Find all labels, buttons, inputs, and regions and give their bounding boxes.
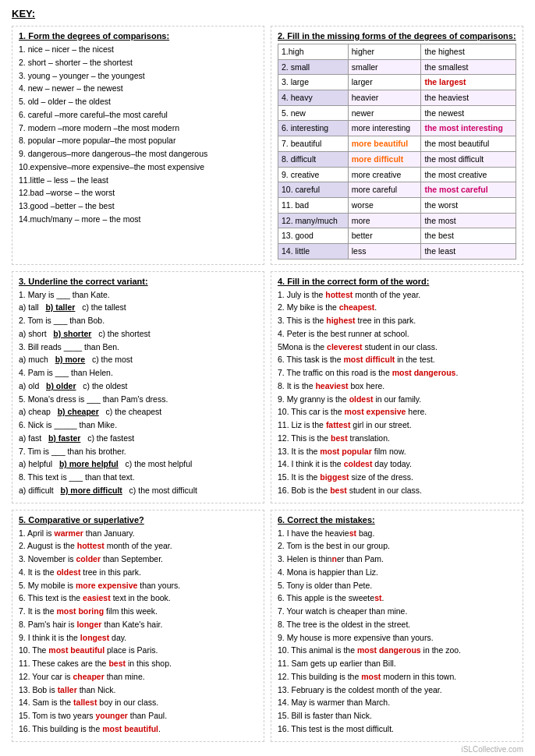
- table-row: 14. little less the least: [278, 243, 516, 259]
- section1-box: 1. Form the degrees of comparisons: 1. n…: [12, 26, 264, 265]
- section2-title: 2. Fill in the missing forms of the degr…: [278, 31, 516, 41]
- table-row: 10. careful more careful the most carefu…: [278, 182, 516, 198]
- section2-box: 2. Fill in the missing forms of the degr…: [271, 26, 523, 265]
- section4-box: 4. Fill in the correct form of the word:…: [271, 271, 523, 503]
- table-row: 6. interesting more interesting the most…: [278, 121, 516, 136]
- table-row: 5. new newer the newest: [278, 105, 516, 121]
- table-row: 2. small smaller the smallest: [278, 59, 516, 75]
- table-row: 4. heavy heavier the heaviest: [278, 90, 516, 106]
- table-row: 12. many/much more the most: [278, 213, 516, 228]
- table-row: 11. bad worse the worst: [278, 197, 516, 213]
- table-row: 3. large larger the largest: [278, 75, 516, 90]
- section3-content: 1. Mary is ___ than Kate. a) tall b) tal…: [19, 289, 257, 497]
- section6-box: 6. Correct the mistakes: 1. I have the h…: [271, 510, 523, 742]
- section6-content: 1. I have the heaviest bag. 2. Tom is th…: [278, 528, 516, 736]
- section6-title: 6. Correct the mistakes:: [278, 515, 516, 525]
- key-title: KEY:: [12, 8, 523, 19]
- section5-box: 5. Comparative or superlative? 1. April …: [12, 510, 264, 742]
- section1-title: 1. Form the degrees of comparisons:: [19, 31, 257, 41]
- watermark: iSLCollective.com: [12, 745, 523, 754]
- table-row: 1.high higher the highest: [278, 44, 516, 60]
- table-row: 9. creative more creative the most creat…: [278, 167, 516, 182]
- comparisons-table: 1.high higher the highest 2. small small…: [278, 44, 516, 260]
- section1-content: 1. nice – nicer – the nicest 2. short – …: [19, 44, 257, 226]
- section3-box: 3. Underline the correct variant: 1. Mar…: [12, 271, 264, 503]
- table-row: 13. good better the best: [278, 228, 516, 244]
- table-row: 8. difficult more difficult the most dif…: [278, 151, 516, 167]
- section5-content: 1. April is warmer than January. 2. Augu…: [19, 528, 257, 736]
- section3-title: 3. Underline the correct variant:: [19, 277, 257, 286]
- table-row: 7. beautiful more beautiful the most bea…: [278, 136, 516, 152]
- section4-content: 1. July is the hottest month of the year…: [278, 289, 516, 497]
- section4-title: 4. Fill in the correct form of the word:: [278, 277, 516, 286]
- section5-title: 5. Comparative or superlative?: [19, 515, 257, 525]
